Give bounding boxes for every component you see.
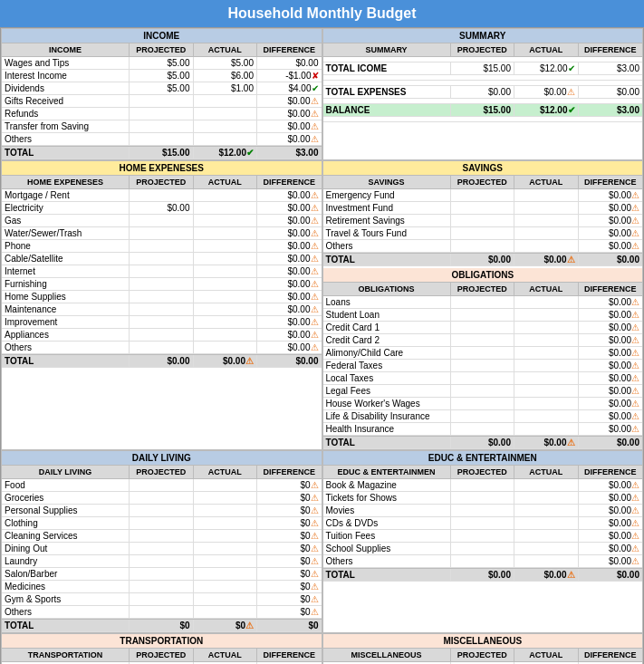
obligations-total-row: TOTAL $0.00 $0.00 ⚠ $0.00	[323, 436, 643, 449]
daily-total-actual: $0 ⚠	[194, 620, 258, 631]
summary-col-actual: ACTUAL	[514, 43, 579, 56]
summary-row-actual: $12.00 ✔	[514, 63, 579, 74]
row-actual	[194, 278, 258, 290]
row-projected	[130, 606, 194, 618]
row-actual	[514, 505, 579, 516]
row-label: Interest Income	[2, 70, 130, 82]
row-projected	[451, 423, 515, 435]
summary-col-projected: PROJECTED	[451, 43, 515, 56]
row-actual	[514, 398, 579, 409]
savings-total-label: TOTAL	[323, 254, 451, 265]
row-diff: $0.00 ⚠	[579, 215, 643, 226]
row-actual	[194, 303, 258, 315]
row-actual	[194, 479, 258, 491]
row-diff: $4.00 ✔	[257, 82, 322, 94]
orange-icon: ⚠	[311, 493, 319, 503]
row-projected	[451, 322, 515, 333]
row-actual	[514, 189, 579, 201]
savings-total-icon: ⚠	[567, 255, 575, 265]
row-diff: $0.00 ⚠	[579, 372, 643, 384]
income-total-row: TOTAL $15.00 $12.00 ✔ $3.00	[2, 146, 322, 159]
table-row: Phone $0.00 ⚠	[2, 240, 322, 253]
row-diff: $0.00 ⚠	[579, 423, 643, 435]
row-projected	[130, 555, 194, 567]
row-diff: $0.00 ⚠	[257, 227, 322, 239]
row-label: Improvement	[2, 316, 130, 328]
misc-col-projected: PROJECTED	[451, 649, 515, 661]
table-row: Salon/Barber $0 ⚠	[2, 568, 322, 581]
savings-col-actual: ACTUAL	[514, 176, 579, 188]
table-row: Local Taxes $0.00 ⚠	[323, 372, 643, 385]
row-actual	[194, 265, 258, 277]
income-section: INCOME INCOME PROJECTED ACTUAL DIFFERENC…	[1, 28, 322, 160]
orange-icon: ⚠	[311, 607, 319, 617]
table-row: Alimony/Child Care $0.00 ⚠	[323, 347, 643, 360]
row-label: Gas	[2, 215, 130, 226]
orange-icon: ⚠	[567, 87, 575, 97]
row-actual	[194, 530, 258, 542]
summary-col-label: SUMMARY	[323, 43, 451, 56]
orange-icon: ⚠	[631, 544, 639, 553]
table-row: Refunds $0.00 ⚠	[2, 108, 322, 120]
row-label: Retirement Savings	[323, 215, 451, 226]
misc-header: MISCELLANEOUS	[323, 634, 643, 649]
educ-total-row: TOTAL $0.00 $0.00 ⚠ $0.00	[323, 568, 643, 582]
orange-icon: ⚠	[311, 216, 319, 226]
daily-living-header: DAILY LIVING	[2, 451, 322, 466]
row-projected	[130, 342, 194, 353]
row-label: Cleaning Services	[2, 530, 130, 542]
savings-total-diff: $0.00	[579, 254, 643, 265]
row-projected	[130, 240, 194, 252]
row-diff: $0.00 ⚠	[579, 385, 643, 397]
row-label: Legal Fees	[323, 385, 451, 397]
orange-icon: ⚠	[311, 121, 319, 131]
row-label: Dividends	[2, 82, 130, 94]
orange-icon: ⚠	[311, 531, 319, 541]
table-row: Interest Income $5.00 $6.00 -$1.00 ✘	[2, 70, 322, 82]
table-row: Health Insurance $0.00 ⚠	[323, 423, 643, 436]
row-diff: $0 ⚠	[257, 606, 322, 618]
obligations-total-projected: $0.00	[451, 437, 515, 448]
orange-icon: ⚠	[631, 241, 639, 251]
row-label: Phone	[2, 240, 130, 252]
row-diff: $0.00 ⚠	[257, 265, 322, 277]
home-total-projected: $0.00	[130, 355, 194, 367]
table-row: Travel & Tours Fund $0.00 ⚠	[323, 227, 643, 240]
row-label: Credit Card 2	[323, 334, 451, 346]
row-actual	[514, 215, 579, 226]
row-projected: $0.00	[130, 202, 194, 214]
daily-total-label: TOTAL	[2, 620, 130, 631]
row-diff: $0.00 ⚠	[579, 530, 643, 542]
orange-icon: ⚠	[631, 411, 639, 421]
savings-header: SAVINGS	[323, 161, 643, 176]
row-actual	[514, 517, 579, 529]
table-row: Dining Out $0 ⚠	[2, 543, 322, 555]
obligations-header: OBLIGATIONS	[323, 268, 643, 283]
green-icon: ✔	[312, 83, 319, 93]
row-diff: $0 ⚠	[257, 581, 322, 592]
row-projected	[130, 215, 194, 226]
row-projected	[451, 372, 515, 384]
summary-row-label: TOTAL EXPENSES	[323, 86, 451, 98]
table-row: Appliances $0.00 ⚠	[2, 329, 322, 342]
educ-total-diff: $0.00	[579, 569, 643, 581]
row-label: School Supplies	[323, 543, 451, 554]
row-actual	[514, 309, 579, 321]
misc-col-actual: ACTUAL	[514, 649, 579, 661]
daily-total-row: TOTAL $0 $0 ⚠ $0	[2, 619, 322, 632]
row-projected	[451, 360, 515, 371]
row-actual	[514, 479, 579, 491]
row-diff: $0.00 ⚠	[257, 291, 322, 303]
row-projected	[451, 227, 515, 239]
row-label: Others	[323, 555, 451, 567]
row-diff: -$1.00 ✘	[257, 70, 322, 82]
income-total-actual: $12.00 ✔	[194, 147, 258, 159]
income-total-icon: ✔	[246, 148, 254, 158]
row-label: Gifts Received	[2, 95, 130, 107]
orange-icon: ⚠	[311, 109, 319, 119]
row-actual	[194, 316, 258, 328]
row-diff: $0 ⚠	[257, 530, 322, 542]
row-label: Refunds	[2, 108, 130, 120]
table-row: Loans $0.00 ⚠	[323, 296, 643, 309]
summary-header: SUMMARY	[323, 29, 643, 43]
